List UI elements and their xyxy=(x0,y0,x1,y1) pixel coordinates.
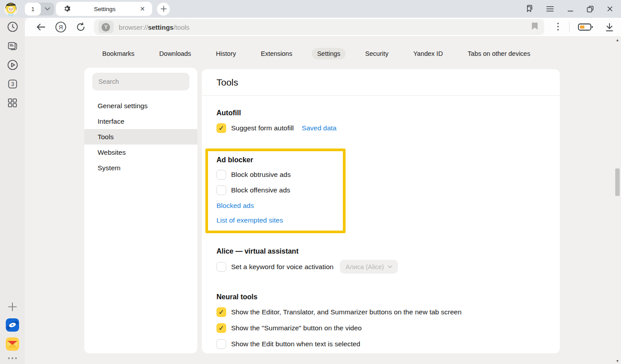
voice-activation-label[interactable]: Set a keyword for voice activation xyxy=(231,263,334,271)
neural-row-3: Show the Edit button when text is select… xyxy=(216,339,545,349)
battery-icon xyxy=(578,23,593,31)
download-icon xyxy=(605,23,613,31)
add-plus-icon xyxy=(8,302,17,312)
settings-page: Bookmarks Downloads History Extensions S… xyxy=(25,37,621,364)
settings-section-list: General settings Interface Tools Website… xyxy=(84,98,197,176)
nav-settings[interactable]: Settings xyxy=(312,48,346,59)
minimize-button[interactable] xyxy=(567,5,574,12)
saved-data-link[interactable]: Saved data xyxy=(302,124,336,132)
add-panel-button[interactable] xyxy=(7,301,18,313)
url-text[interactable]: browser://settings/tools xyxy=(119,23,531,31)
editor-translator-summarizer-label[interactable]: Show the Editor, Translator, and Summari… xyxy=(231,308,462,316)
suggest-form-autofill-label[interactable]: Suggest form autofill xyxy=(231,124,294,132)
tab-counter-3-icon: 3 xyxy=(7,78,18,90)
battery-indicator[interactable] xyxy=(573,23,598,31)
neural-row-2: ✓ Show the "Summarize" button on the vid… xyxy=(216,323,545,333)
gear-icon xyxy=(64,5,71,13)
rail-tab-count: 3 xyxy=(11,81,14,87)
sidebar-item-system[interactable]: System xyxy=(84,160,197,176)
kebab-menu-icon xyxy=(557,23,559,31)
block-offensive-ads-label[interactable]: Block offensive ads xyxy=(231,186,290,194)
browser-tab-settings[interactable]: Settings ✕ xyxy=(56,2,152,16)
alice-keyword-value: Алиса (Alice) xyxy=(346,263,384,270)
tab-close-icon[interactable]: ✕ xyxy=(138,5,147,12)
address-bar[interactable]: Y browser://settings/tools xyxy=(94,19,544,35)
tab-group-chevron-icon[interactable] xyxy=(41,7,54,11)
nav-bookmarks[interactable]: Bookmarks xyxy=(97,48,140,59)
close-window-button[interactable] xyxy=(606,5,613,12)
nav-downloads[interactable]: Downloads xyxy=(154,48,197,59)
user-avatar[interactable] xyxy=(4,2,18,16)
nav-security[interactable]: Security xyxy=(360,48,393,59)
sidebar-item-general-settings[interactable]: General settings xyxy=(84,98,197,114)
video-rail-button[interactable] xyxy=(7,59,18,70)
nav-extensions[interactable]: Extensions xyxy=(255,48,298,59)
scroll-up-icon[interactable]: ▲ xyxy=(614,38,621,42)
alice-keyword-row: Set a keyword for voice activation Алиса… xyxy=(216,260,545,274)
tab-group-counter[interactable]: 1 xyxy=(25,3,54,16)
block-obtrusive-ads-checkbox[interactable] xyxy=(216,170,226,180)
yandex-disk-icon xyxy=(6,318,19,332)
menu-icon xyxy=(546,5,554,12)
nav-yandex-id[interactable]: Yandex ID xyxy=(408,48,448,59)
settings-sidebar-card: General settings Interface Tools Website… xyxy=(84,68,197,353)
scrollbar-thumb[interactable] xyxy=(615,168,620,196)
suggest-form-autofill-checkbox[interactable]: ✓ xyxy=(216,123,226,133)
tabs-rail-button[interactable]: 3 xyxy=(7,78,18,90)
toolbar-kebab-menu[interactable] xyxy=(550,23,566,32)
yandex-mail-app[interactable] xyxy=(6,337,19,351)
editor-translator-summarizer-checkbox[interactable]: ✓ xyxy=(216,307,226,317)
browser-toolbar: Я Y browser://settings/tools xyxy=(25,18,621,37)
apps-rail-button[interactable] xyxy=(7,97,18,109)
protect-badge[interactable]: Y xyxy=(98,21,114,33)
edit-button-label[interactable]: Show the Edit button when text is select… xyxy=(231,340,360,348)
history-rail-button[interactable] xyxy=(7,21,18,32)
page-title: Tools xyxy=(216,77,238,88)
downloads-button[interactable] xyxy=(598,23,621,31)
edit-button-checkbox[interactable] xyxy=(216,339,226,349)
check-icon: ✓ xyxy=(219,124,224,132)
scroll-down-icon[interactable]: ▼ xyxy=(614,359,621,363)
apps-grid-icon xyxy=(7,98,18,108)
sidebar-item-tools[interactable]: Tools xyxy=(84,129,197,145)
maximize-button[interactable] xyxy=(586,5,594,13)
neural-row-1: ✓ Show the Editor, Translator, and Summa… xyxy=(216,307,545,317)
left-rail: 3 xyxy=(0,18,25,364)
alice-heading: Alice — virtual assistant xyxy=(216,247,545,255)
bookmark-button[interactable] xyxy=(531,22,538,32)
bookmarks-panel-button[interactable] xyxy=(524,4,533,13)
yandex-disk-app[interactable] xyxy=(6,318,19,332)
autofill-row: ✓ Suggest form autofill Saved data xyxy=(216,123,545,133)
sidebar-item-interface[interactable]: Interface xyxy=(84,114,197,129)
exempted-sites-link[interactable]: List of exempted sites xyxy=(216,216,343,224)
browser-menu-button[interactable] xyxy=(546,5,554,12)
summarize-video-checkbox[interactable]: ✓ xyxy=(216,323,226,333)
yandex-home-button[interactable]: Я xyxy=(51,21,71,33)
sidebar-item-websites[interactable]: Websites xyxy=(84,145,197,160)
svg-text:Я: Я xyxy=(59,24,63,31)
blocked-ads-link[interactable]: Blocked ads xyxy=(216,202,343,210)
nav-tabs-other-devices[interactable]: Tabs on other devices xyxy=(462,48,535,59)
back-arrow-icon xyxy=(36,23,46,31)
rail-more-button[interactable] xyxy=(8,355,17,360)
nav-history[interactable]: History xyxy=(211,48,241,59)
reload-button[interactable] xyxy=(71,22,90,32)
alice-keyword-dropdown[interactable]: Алиса (Alice) xyxy=(340,260,398,274)
tab-count-badge[interactable]: 1 xyxy=(25,3,41,16)
page-scrollbar[interactable]: ▲ ▼ xyxy=(614,37,621,364)
chevron-down-icon xyxy=(388,264,392,269)
voice-activation-checkbox[interactable] xyxy=(216,262,226,272)
block-obtrusive-ads-label[interactable]: Block obtrusive ads xyxy=(231,171,291,179)
summarize-video-label[interactable]: Show the "Summarize" button on the video xyxy=(231,324,362,332)
maximize-icon xyxy=(586,5,594,13)
alice-avatar-icon xyxy=(4,2,18,16)
new-tab-button[interactable] xyxy=(157,3,170,16)
back-button[interactable] xyxy=(31,23,51,31)
settings-search-input[interactable] xyxy=(92,73,189,90)
block-offensive-ads-checkbox[interactable] xyxy=(216,185,226,195)
ad-blocker-heading: Ad blocker xyxy=(216,156,343,164)
video-play-icon xyxy=(7,59,18,70)
yandex-logo-icon: Я xyxy=(55,21,67,33)
settings-nav: Bookmarks Downloads History Extensions S… xyxy=(12,37,621,59)
block-offensive-row: Block offensive ads xyxy=(216,185,343,195)
